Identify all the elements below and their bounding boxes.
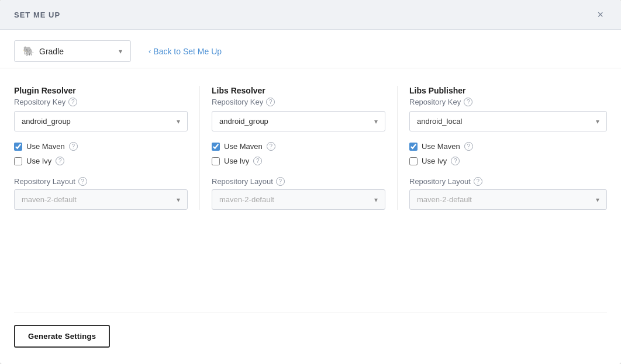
libs-layout-label: Repository Layout ?	[212, 177, 385, 186]
publisher-use-ivy-checkbox[interactable]	[409, 157, 418, 165]
content-area: Plugin Resolver Repository Key ? android…	[0, 68, 621, 303]
plugin-resolver-title: Plugin Resolver	[14, 86, 188, 95]
plugin-layout-value: maven-2-default	[22, 195, 77, 204]
plugin-use-ivy-label: Use Ivy	[26, 157, 51, 165]
publisher-checkbox-group: Use Maven ? Use Ivy ?	[409, 142, 607, 165]
publisher-use-maven-row: Use Maven ?	[409, 142, 607, 151]
libs-use-ivy-label: Use Ivy	[224, 157, 249, 165]
plugin-ivy-help-icon[interactable]: ?	[56, 157, 64, 165]
libs-maven-help-icon[interactable]: ?	[267, 142, 275, 151]
libs-repo-key-chevron-icon: ▾	[374, 117, 378, 126]
libs-layout-section: Repository Layout ? maven-2-default ▾	[212, 177, 385, 210]
publisher-maven-help-icon[interactable]: ?	[464, 142, 473, 151]
libs-layout-help-icon[interactable]: ?	[276, 177, 285, 186]
publisher-layout-section: Repository Layout ? maven-2-default ▾	[409, 177, 607, 210]
back-link-label: Back to Set Me Up	[153, 47, 222, 56]
plugin-checkbox-group: Use Maven ? Use Ivy ?	[14, 142, 188, 165]
plugin-use-maven-checkbox[interactable]	[14, 143, 22, 151]
gradle-chevron-icon: ▾	[119, 47, 122, 56]
plugin-maven-help-icon[interactable]: ?	[69, 142, 78, 151]
generate-settings-button[interactable]: Generate Settings	[14, 325, 110, 348]
publisher-repo-key-chevron-icon: ▾	[596, 117, 599, 126]
modal-header: SET ME UP ×	[0, 0, 621, 30]
gradle-label: Gradle	[39, 47, 64, 56]
resolver-grid: Plugin Resolver Repository Key ? android…	[14, 86, 607, 210]
plugin-use-maven-label: Use Maven	[26, 142, 65, 151]
publisher-layout-value: maven-2-default	[417, 195, 472, 204]
libs-use-ivy-checkbox[interactable]	[212, 157, 220, 165]
back-link[interactable]: ‹ Back to Set Me Up	[149, 47, 222, 56]
libs-repo-key-dropdown[interactable]: android_group ▾	[212, 111, 385, 131]
publisher-repo-key-label: Repository Key ?	[409, 98, 607, 106]
libs-layout-chevron-icon: ▾	[374, 196, 378, 204]
libs-publisher-column: Libs Publisher Repository Key ? android_…	[409, 86, 607, 210]
plugin-layout-label: Repository Layout ?	[14, 177, 188, 186]
libs-resolver-title: Libs Resolver	[212, 86, 385, 95]
plugin-repo-key-dropdown[interactable]: android_group ▾	[14, 111, 188, 131]
publisher-use-ivy-row: Use Ivy ?	[409, 157, 607, 165]
plugin-layout-help-icon[interactable]: ?	[78, 177, 87, 186]
back-chevron-icon: ‹	[149, 47, 151, 56]
set-me-up-modal: SET ME UP × 🐘 Gradle ▾ ‹ Back to Set Me …	[0, 0, 621, 364]
plugin-layout-chevron-icon: ▾	[177, 196, 180, 204]
close-button[interactable]: ×	[594, 8, 607, 21]
plugin-repo-key-label: Repository Key ?	[14, 98, 188, 106]
libs-repo-key-label: Repository Key ?	[212, 98, 385, 106]
publisher-layout-label: Repository Layout ?	[409, 177, 607, 186]
publisher-use-maven-label: Use Maven	[422, 142, 460, 151]
plugin-repo-key-value: android_group	[22, 117, 71, 126]
libs-use-maven-row: Use Maven ?	[212, 142, 385, 151]
gradle-icon: 🐘	[23, 46, 34, 57]
plugin-layout-section: Repository Layout ? maven-2-default ▾	[14, 177, 188, 210]
plugin-use-maven-row: Use Maven ?	[14, 142, 188, 151]
publisher-layout-help-icon[interactable]: ?	[474, 177, 482, 186]
modal-body: 🐘 Gradle ▾ ‹ Back to Set Me Up Plugin Re…	[0, 30, 621, 364]
footer-area: Generate Settings	[0, 303, 621, 364]
publisher-use-ivy-label: Use Ivy	[422, 157, 447, 165]
publisher-repo-key-dropdown[interactable]: android_local ▾	[409, 111, 607, 131]
libs-repo-key-value: android_group	[219, 117, 268, 126]
libs-use-maven-label: Use Maven	[224, 142, 263, 151]
libs-use-maven-checkbox[interactable]	[212, 143, 220, 151]
libs-repo-key-help-icon[interactable]: ?	[266, 98, 275, 106]
modal-title: SET ME UP	[14, 11, 60, 19]
publisher-use-maven-checkbox[interactable]	[409, 143, 418, 151]
plugin-use-ivy-row: Use Ivy ?	[14, 157, 188, 165]
libs-ivy-help-icon[interactable]: ?	[253, 157, 262, 165]
plugin-use-ivy-checkbox[interactable]	[14, 157, 22, 165]
libs-layout-dropdown[interactable]: maven-2-default ▾	[212, 189, 385, 210]
libs-layout-value: maven-2-default	[219, 195, 274, 204]
libs-resolver-column: Libs Resolver Repository Key ? android_g…	[212, 86, 398, 210]
plugin-repo-key-chevron-icon: ▾	[177, 117, 180, 126]
plugin-layout-dropdown[interactable]: maven-2-default ▾	[14, 189, 188, 210]
publisher-repo-key-value: android_local	[417, 117, 462, 126]
libs-publisher-title: Libs Publisher	[409, 86, 607, 95]
publisher-layout-chevron-icon: ▾	[596, 196, 599, 204]
plugin-resolver-column: Plugin Resolver Repository Key ? android…	[14, 86, 200, 210]
footer-divider	[14, 313, 607, 313]
publisher-layout-dropdown[interactable]: maven-2-default ▾	[409, 189, 607, 210]
plugin-repo-key-help-icon[interactable]: ?	[68, 98, 77, 106]
publisher-repo-key-help-icon[interactable]: ?	[464, 98, 472, 106]
libs-use-ivy-row: Use Ivy ?	[212, 157, 385, 165]
libs-checkbox-group: Use Maven ? Use Ivy ?	[212, 142, 385, 165]
publisher-ivy-help-icon[interactable]: ?	[451, 157, 460, 165]
gradle-dropdown[interactable]: 🐘 Gradle ▾	[14, 40, 131, 62]
top-bar: 🐘 Gradle ▾ ‹ Back to Set Me Up	[0, 30, 621, 68]
